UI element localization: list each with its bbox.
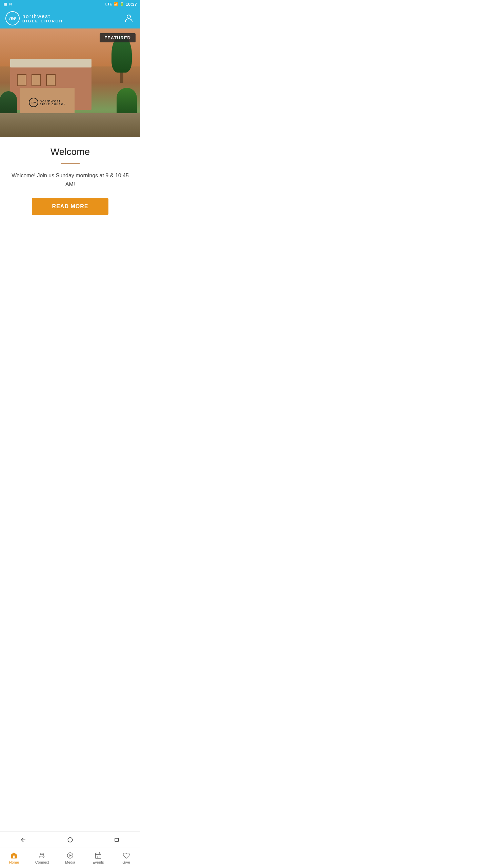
svg-point-0	[127, 15, 130, 18]
featured-badge: FEATURED	[100, 33, 136, 42]
logo-northwest: northwest	[22, 14, 63, 19]
profile-button[interactable]	[123, 12, 135, 24]
church-sign: nw northwest BIBLE CHURCH	[20, 88, 75, 117]
ground	[0, 113, 140, 137]
logo-bible-church: BIBLE CHURCH	[22, 19, 63, 23]
featured-image[interactable]: nw northwest BIBLE CHURCH FEATURED	[0, 28, 140, 137]
logo-text-block: northwest BIBLE CHURCH	[22, 14, 63, 23]
status-bar-right: LTE 📶 🔋 10:37	[105, 2, 137, 7]
title-divider	[61, 163, 80, 164]
status-bar-left: ▦ N	[3, 2, 12, 6]
signal-icon: 📶	[114, 2, 118, 6]
logo-nw-text: nw	[9, 16, 16, 21]
welcome-title: Welcome	[7, 146, 134, 157]
status-bar: ▦ N LTE 📶 🔋 10:37	[0, 0, 140, 8]
tree-right	[110, 35, 134, 83]
person-icon	[124, 13, 134, 23]
church-scene: nw northwest BIBLE CHURCH	[0, 28, 140, 137]
notification-icon: ▦	[3, 2, 7, 6]
battery-icon: 🔋	[120, 2, 124, 6]
content-section: Welcome Welcome! Join us Sunday mornings…	[0, 137, 140, 223]
app-header: nw northwest BIBLE CHURCH	[0, 8, 140, 28]
network-indicator-icon: N	[9, 2, 12, 6]
church-logo[interactable]: nw northwest BIBLE CHURCH	[5, 11, 63, 25]
lte-icon: LTE	[105, 2, 112, 6]
read-more-button[interactable]: READ MORE	[32, 198, 109, 215]
welcome-body: Welcome! Join us Sunday mornings at 9 & …	[7, 171, 134, 189]
logo-circle: nw	[5, 11, 20, 25]
time-display: 10:37	[126, 2, 137, 7]
